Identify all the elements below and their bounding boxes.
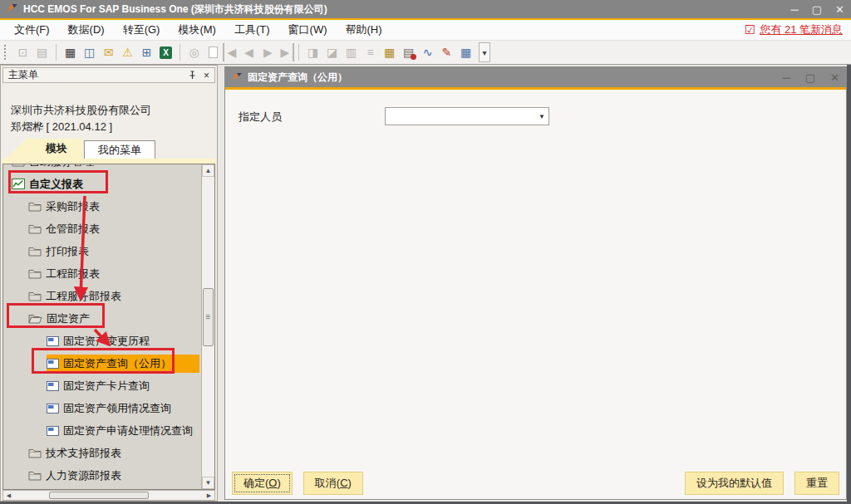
last-record-icon[interactable]: ▶ bbox=[278, 43, 294, 61]
menu-item-data[interactable]: 数据(D) bbox=[59, 20, 114, 40]
scroll-down-icon[interactable]: ▼ bbox=[202, 477, 214, 489]
close-button[interactable]: ✕ bbox=[835, 4, 844, 15]
folder-icon bbox=[28, 448, 42, 458]
scrollbar-thumb[interactable] bbox=[203, 288, 214, 346]
new-messages-link[interactable]: 您有 21 笔新消息 bbox=[760, 22, 843, 37]
menu-item-help[interactable]: 帮助(H) bbox=[336, 20, 391, 40]
tree-item[interactable]: 仓管部报表 bbox=[3, 218, 199, 240]
print-icon[interactable]: ▤ bbox=[32, 43, 52, 61]
previous-record-icon[interactable]: ◀ bbox=[239, 43, 258, 61]
tree-item-label: 工程部报表 bbox=[46, 267, 100, 281]
new-document-icon[interactable] bbox=[204, 43, 223, 61]
draw-tools-icon[interactable]: ✎ bbox=[437, 43, 456, 61]
print-preview-icon[interactable]: ⊡ bbox=[13, 43, 32, 61]
maximize-button[interactable]: ▢ bbox=[812, 4, 822, 15]
tree-item[interactable]: 工程服务部报表 bbox=[3, 285, 199, 307]
tree-item-label: 固定资产查询（公用） bbox=[63, 356, 171, 371]
panel-header: 主菜单 × bbox=[2, 67, 215, 83]
tab-modules[interactable]: 模块 bbox=[6, 139, 82, 159]
document-lines-icon[interactable]: ≡ bbox=[361, 43, 380, 61]
scroll-right-icon[interactable]: ▶ bbox=[204, 491, 214, 500]
person-field-label: 指定人员 bbox=[239, 110, 282, 125]
tree-item[interactable]: 采购部报表 bbox=[3, 195, 199, 218]
toolbar-separator bbox=[180, 44, 180, 61]
ok-button[interactable]: 确定(O) bbox=[232, 472, 293, 495]
cancel-button[interactable]: 取消(C) bbox=[303, 472, 363, 495]
toolbar: ⊡▤▦◫✉⚠⊞X◎◀◀▶▶◨◪▥≡▦▤∿✎▦▾ bbox=[0, 40, 851, 65]
toolbar-icons: ⊡▤▦◫✉⚠⊞X◎◀◀▶▶◨◪▥≡▦▤∿✎▦▾ bbox=[13, 42, 490, 62]
scroll-up-icon[interactable]: ▲ bbox=[202, 164, 214, 177]
tree-horizontal-scrollbar[interactable]: ◀ ▶ bbox=[2, 490, 215, 501]
tree-vertical-scrollbar[interactable]: ▲ ▼ bbox=[201, 164, 214, 489]
pin-icon[interactable] bbox=[188, 71, 197, 80]
sidebar-tabs: 模块 我的菜单 bbox=[6, 139, 155, 159]
chart-view-icon[interactable]: ∿ bbox=[418, 43, 437, 61]
excel-export-icon[interactable]: X bbox=[156, 43, 175, 61]
tree-item[interactable]: 固定资产变更历程 bbox=[3, 330, 199, 352]
tree-item-label: 自助服务管理 bbox=[29, 164, 94, 169]
panel-close-icon[interactable]: × bbox=[204, 70, 209, 81]
menu-item-tools[interactable]: 工具(T) bbox=[225, 20, 279, 40]
folder-icon bbox=[28, 470, 42, 481]
tree-item[interactable]: 工程部报表 bbox=[3, 262, 199, 285]
tree-item-label: 固定资产卡片查询 bbox=[63, 379, 150, 394]
minimize-button[interactable]: ─ bbox=[791, 4, 799, 15]
folder-icon bbox=[28, 268, 42, 279]
mail-icon[interactable]: ✉ bbox=[99, 43, 118, 61]
scroll-left-icon[interactable]: ◀ bbox=[3, 491, 14, 500]
tree-item-label: 技术支持部报表 bbox=[46, 446, 121, 461]
tree-item[interactable]: 打印报表 bbox=[3, 240, 199, 262]
chart-icon bbox=[12, 179, 25, 189]
window-icon bbox=[47, 336, 59, 346]
tree-item[interactable]: 固定资产领用情况查询 bbox=[3, 397, 199, 419]
goto-target-window-icon[interactable]: ◪ bbox=[322, 43, 342, 61]
menu-item-module[interactable]: 模块(M) bbox=[169, 20, 225, 40]
tree-item[interactable]: 人力资源部报表 bbox=[3, 464, 199, 487]
tree-item[interactable]: 固定资产卡片查询 bbox=[3, 374, 199, 397]
dialog-maximize-button[interactable]: ▢ bbox=[805, 71, 815, 84]
window-icon bbox=[47, 381, 59, 391]
user-date-line: 郑熠桦 [ 2021.04.12 ] bbox=[11, 119, 151, 135]
menu-item-window[interactable]: 窗口(W) bbox=[279, 20, 337, 40]
set-default-button[interactable]: 设为我的默认值 bbox=[685, 472, 784, 495]
dialog-minimize-button[interactable]: ─ bbox=[783, 71, 790, 84]
stamp-document-icon[interactable]: ▤ bbox=[399, 43, 418, 61]
tree-item[interactable]: 固定资产 bbox=[3, 307, 199, 330]
dialog-close-button[interactable]: ✕ bbox=[830, 71, 839, 84]
tree-item[interactable]: 自定义报表 bbox=[3, 173, 199, 195]
chevron-down-icon[interactable]: ▼ bbox=[535, 113, 548, 120]
copy-icon[interactable]: ⊞ bbox=[137, 43, 156, 61]
grid-calendar-icon[interactable]: ▦ bbox=[456, 43, 475, 61]
menubar: 文件(F) 数据(D) 转至(G) 模块(M) 工具(T) 窗口(W) 帮助(H… bbox=[0, 20, 851, 40]
folder-open-icon bbox=[28, 313, 42, 324]
next-record-icon[interactable]: ▶ bbox=[258, 43, 278, 61]
dialog-titlebar: 固定资产查询（公用） ─ ▢ ✕ bbox=[225, 67, 846, 87]
reset-button[interactable]: 重置 bbox=[794, 472, 839, 495]
first-record-icon[interactable]: ◀ bbox=[223, 43, 239, 61]
goto-linked-window-icon[interactable]: ◨ bbox=[303, 43, 322, 61]
module-tree: 自助服务管理自定义报表采购部报表仓管部报表打印报表工程部报表工程服务部报表固定资… bbox=[2, 164, 215, 490]
folder-icon bbox=[28, 291, 42, 301]
form-layout-icon[interactable]: ◫ bbox=[80, 43, 99, 61]
tree-item-label: 采购部报表 bbox=[46, 199, 100, 214]
find-icon[interactable]: ◎ bbox=[184, 43, 204, 61]
form-table-icon[interactable]: ▦ bbox=[380, 43, 399, 61]
warning-icon[interactable]: ⚠ bbox=[118, 43, 137, 61]
tree-item[interactable]: 自助服务管理 bbox=[3, 164, 199, 173]
tree-item[interactable]: 技术支持部报表 bbox=[3, 442, 199, 464]
tree-item[interactable]: 固定资产申请处理情况查询 bbox=[3, 419, 199, 442]
tab-my-menu[interactable]: 我的菜单 bbox=[84, 140, 155, 159]
folder-icon bbox=[28, 223, 42, 234]
toolbar-grip[interactable] bbox=[4, 45, 9, 60]
split-table-icon[interactable]: ▥ bbox=[342, 43, 361, 61]
scrollbar-thumb-horizontal[interactable] bbox=[49, 492, 149, 499]
menu-item-goto[interactable]: 转至(G) bbox=[114, 20, 170, 40]
app-window: HCC EMOS For SAP Business One (深圳市共济科技股份… bbox=[0, 0, 851, 504]
tree-item-label: 打印报表 bbox=[46, 244, 89, 259]
titlebar: HCC EMOS For SAP Business One (深圳市共济科技股份… bbox=[0, 0, 851, 18]
tree-item[interactable]: 固定资产查询（公用） bbox=[3, 352, 199, 374]
menu-item-file[interactable]: 文件(F) bbox=[5, 20, 59, 40]
calculator-icon[interactable]: ▦ bbox=[61, 43, 80, 61]
person-combobox[interactable]: ▼ bbox=[385, 107, 549, 125]
toolbar-overflow-button[interactable]: ▾ bbox=[479, 42, 490, 62]
